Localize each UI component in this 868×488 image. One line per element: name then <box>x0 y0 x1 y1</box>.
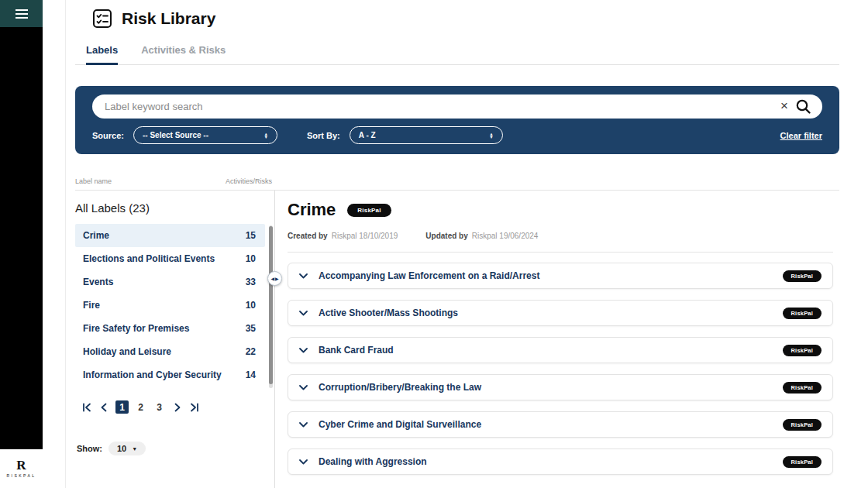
risk-accordion-item[interactable]: Corruption/Bribery/Breaking the LawRiskP… <box>288 374 833 400</box>
clear-filter-link[interactable]: Clear filter <box>780 131 822 140</box>
label-list-item[interactable]: Fire10 <box>75 294 265 317</box>
page-numbers: 123 <box>115 400 166 414</box>
sort-by-label: Sort By: <box>307 131 340 140</box>
labels-list-wrap: Crime15Elections and Political Events10E… <box>75 224 274 387</box>
chevron-down-icon[interactable] <box>299 273 308 279</box>
logo-mark: R <box>16 459 26 472</box>
risk-title: Corruption/Bribery/Breaking the Law <box>319 382 481 393</box>
chevron-down-icon[interactable] <box>299 422 308 428</box>
label-count: 10 <box>246 300 256 311</box>
updated-by-label: Updated by <box>425 232 467 240</box>
label-name: Fire <box>83 300 100 311</box>
clear-search-icon[interactable]: × <box>780 98 788 115</box>
pagination-page-2[interactable]: 2 <box>134 400 147 414</box>
label-name-column-header: Label name <box>75 177 112 185</box>
label-count: 14 <box>246 369 256 380</box>
risk-accordion-item[interactable]: Bank Card FraudRiskPal <box>288 337 833 363</box>
search-input[interactable] <box>92 95 822 119</box>
riskpal-badge: RiskPal <box>783 419 822 431</box>
source-selected-value: -- Select Source -- <box>143 131 208 139</box>
content-left-border <box>65 0 66 488</box>
label-list-item[interactable]: Fire Safety for Premises35 <box>75 317 265 340</box>
select-updown-icon: ▲▼ <box>489 132 493 139</box>
risk-accordion-item[interactable]: Active Shooter/Mass ShootingsRiskPal <box>288 300 833 326</box>
risk-library-icon <box>92 9 112 29</box>
page-header: Risk Library <box>75 9 839 29</box>
labels-list: Crime15Elections and Political Events10E… <box>75 224 265 387</box>
created-by-label: Created by <box>288 232 328 240</box>
risk-accordion-item[interactable]: Accompanying Law Enforcement on a Raid/A… <box>288 263 833 289</box>
page-title: Risk Library <box>122 9 215 28</box>
logo-wordmark: RISKPAL <box>6 473 36 478</box>
label-count: 22 <box>246 346 256 357</box>
created-by-value: Riskpal 18/10/2019 <box>332 232 398 240</box>
filter-panel: × Source: -- Select Source -- ▲▼ Sort By… <box>75 86 839 154</box>
select-updown-icon: ▲▼ <box>264 132 268 139</box>
risk-accordion-item[interactable]: Cyber Crime and Digital SurveillanceRisk… <box>288 411 833 438</box>
hamburger-icon <box>16 7 28 21</box>
updated-by-value: Riskpal 19/06/2024 <box>472 232 539 240</box>
chevron-down-icon[interactable] <box>299 385 308 390</box>
first-page-button[interactable] <box>81 402 92 413</box>
show-per-page: Show: 10 ▼ <box>75 442 274 455</box>
riskpal-badge: RiskPal <box>783 270 822 282</box>
label-name: Events <box>83 277 113 287</box>
labels-scrollbar[interactable] <box>269 225 273 388</box>
detail-title: Crime <box>288 200 336 220</box>
risk-accordion-item[interactable]: Dealing with AggressionRiskPal <box>288 448 833 475</box>
filter-controls: Source: -- Select Source -- ▲▼ Sort By: … <box>92 126 822 144</box>
sidebar-rail <box>0 0 43 449</box>
label-list-item[interactable]: Elections and Political Events10 <box>75 247 265 270</box>
riskpal-badge: RiskPal <box>783 382 822 393</box>
label-count: 15 <box>246 230 256 241</box>
risk-title: Bank Card Fraud <box>319 345 394 356</box>
search-bar: × <box>92 95 822 119</box>
risks-accordion-list: Accompanying Law Enforcement on a Raid/A… <box>288 263 833 475</box>
label-name: Elections and Political Events <box>83 253 215 264</box>
riskpal-badge: RiskPal <box>347 204 391 217</box>
label-name: Crime <box>83 230 109 241</box>
label-name: Information and Cyber Security <box>83 369 222 380</box>
label-list-item[interactable]: Events33 <box>75 270 265 294</box>
chevron-down-icon[interactable] <box>299 311 308 316</box>
label-list-item[interactable]: Crime15 <box>75 224 265 247</box>
source-select[interactable]: -- Select Source -- ▲▼ <box>133 126 277 144</box>
riskpal-badge: RiskPal <box>783 456 822 468</box>
tab-labels[interactable]: Labels <box>86 44 118 65</box>
detail-header: Crime RiskPal <box>288 200 833 220</box>
show-count-value: 10 <box>117 444 126 453</box>
risk-title: Cyber Crime and Digital Surveillance <box>319 419 481 430</box>
risk-title: Dealing with Aggression <box>319 456 427 467</box>
pagination-page-1[interactable]: 1 <box>115 400 129 414</box>
main-content: Risk Library Labels Activities & Risks ×… <box>75 0 839 488</box>
riskpal-badge: RiskPal <box>783 345 822 356</box>
resize-right-icon: ▶ <box>275 276 279 281</box>
label-count: 33 <box>246 277 256 287</box>
label-detail-panel: Crime RiskPal Created by Riskpal 18/10/2… <box>275 191 839 488</box>
tab-bar: Labels Activities & Risks <box>75 44 839 65</box>
last-page-button[interactable] <box>189 402 200 413</box>
menu-button[interactable] <box>0 0 43 27</box>
previous-page-button[interactable] <box>99 402 108 413</box>
caret-down-icon: ▼ <box>132 446 137 452</box>
detail-divider <box>288 252 833 253</box>
pagination-page-3[interactable]: 3 <box>153 400 166 414</box>
chevron-down-icon[interactable] <box>299 348 308 353</box>
label-list-item[interactable]: Holiday and Leisure22 <box>75 340 265 363</box>
content-columns: ◀ ▶ All Labels (23) Crime15Elections and… <box>75 191 839 488</box>
tab-activities-risks[interactable]: Activities & Risks <box>141 44 226 64</box>
risk-title: Active Shooter/Mass Shootings <box>319 308 458 318</box>
pagination: 123 <box>75 400 274 414</box>
labels-panel: All Labels (23) Crime15Elections and Pol… <box>75 191 275 488</box>
chevron-down-icon[interactable] <box>299 459 308 465</box>
resize-left-icon: ◀ <box>270 276 274 281</box>
activities-risks-column-header: Activities/Risks <box>226 177 272 185</box>
search-icon[interactable] <box>795 98 811 115</box>
next-page-button[interactable] <box>173 402 182 413</box>
scrollbar-thumb[interactable] <box>269 226 273 384</box>
show-count-select[interactable]: 10 ▼ <box>108 442 146 455</box>
column-resize-handle[interactable]: ◀ ▶ <box>267 271 282 286</box>
label-list-item[interactable]: Information and Cyber Security14 <box>75 363 265 387</box>
source-label: Source: <box>92 131 124 140</box>
sort-by-select[interactable]: A - Z ▲▼ <box>350 126 503 144</box>
